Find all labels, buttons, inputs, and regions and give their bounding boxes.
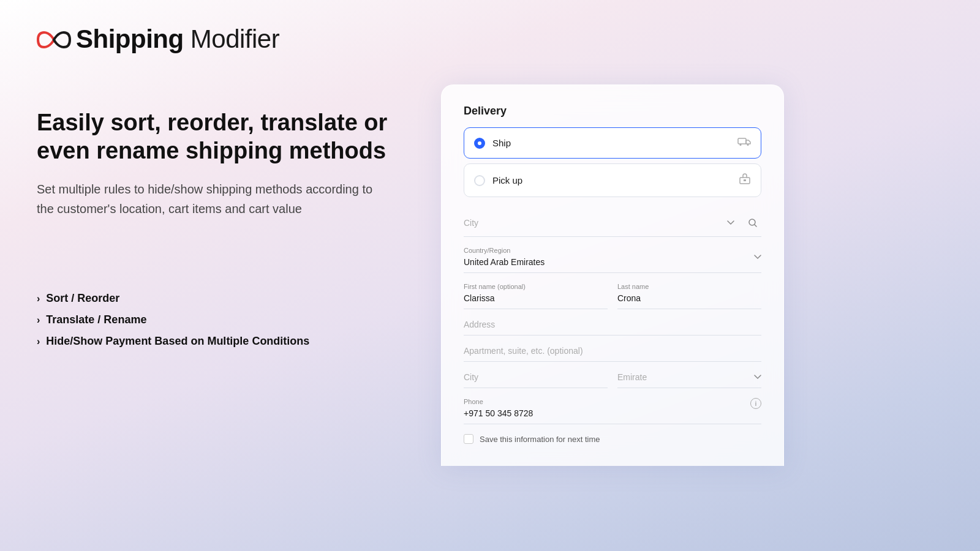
- save-checkbox[interactable]: [464, 434, 473, 444]
- right-panel: Delivery Ship: [441, 84, 943, 466]
- city-chevron-icon[interactable]: [722, 214, 739, 231]
- arrow-icon-2: ›: [37, 315, 40, 326]
- country-row: Country/Region United Arab Emirates: [464, 239, 761, 273]
- ship-icon: [737, 137, 751, 149]
- city-field[interactable]: City: [464, 364, 608, 388]
- country-label-group: Country/Region United Arab Emirates: [464, 247, 754, 268]
- country-chevron-icon[interactable]: [754, 253, 761, 261]
- phone-value: +971 50 345 8728: [464, 408, 533, 418]
- pickup-option[interactable]: Pick up: [464, 163, 761, 197]
- first-name-label: First name (optional): [464, 283, 608, 290]
- phone-label: Phone: [464, 398, 533, 405]
- delivery-options: Ship: [464, 127, 761, 197]
- last-name-label: Last name: [617, 283, 761, 290]
- svg-point-2: [747, 144, 749, 146]
- left-panel: Easily sort, reorder, translate or even …: [37, 84, 392, 348]
- apartment-placeholder: Apartment, suite, etc. (optional): [464, 346, 583, 356]
- logo-text: Shipping Modifier: [76, 24, 279, 54]
- pickup-radio: [474, 175, 485, 186]
- apartment-field[interactable]: Apartment, suite, etc. (optional): [464, 338, 761, 362]
- city-search-icon[interactable]: [744, 214, 761, 231]
- last-name-value: Crona: [617, 293, 641, 303]
- pickup-option-left: Pick up: [474, 175, 522, 186]
- pickup-label: Pick up: [492, 175, 522, 186]
- logo-bold: Shipping: [76, 24, 184, 53]
- save-row: Save this information for next time: [464, 432, 761, 446]
- city-emirate-row: City Emirate: [464, 364, 761, 391]
- ship-option-left: Ship: [474, 138, 511, 149]
- city-search-row: City: [464, 207, 761, 237]
- delivery-title: Delivery: [464, 105, 761, 118]
- headline: Easily sort, reorder, translate or even …: [37, 109, 392, 165]
- ship-radio: [474, 138, 485, 149]
- city-placeholder: City: [464, 372, 478, 382]
- ship-option[interactable]: Ship: [464, 127, 761, 159]
- phone-field[interactable]: Phone +971 50 345 8728: [464, 398, 533, 419]
- feature-item-2: › Translate / Rename: [37, 313, 392, 326]
- name-row: First name (optional) Clarissa Last name…: [464, 276, 761, 312]
- first-name-field[interactable]: First name (optional) Clarissa: [464, 276, 608, 309]
- feature-item-1: › Sort / Reorder: [37, 292, 392, 305]
- checkout-card: Delivery Ship: [441, 84, 784, 466]
- last-name-field[interactable]: Last name Crona: [617, 276, 761, 309]
- logo-regular: Modifier: [184, 24, 280, 53]
- ship-label: Ship: [492, 138, 511, 148]
- city-actions: [722, 214, 761, 231]
- phone-row: Phone +971 50 345 8728 i: [464, 391, 761, 424]
- feature-label-2: Translate / Rename: [46, 313, 146, 326]
- save-label: Save this information for next time: [480, 435, 600, 444]
- phone-info-icon[interactable]: i: [750, 398, 761, 409]
- description: Set multiple rules to hide/show shipping…: [37, 179, 392, 219]
- feature-label-1: Sort / Reorder: [46, 292, 119, 305]
- emirate-placeholder: Emirate: [617, 372, 647, 382]
- svg-rect-4: [744, 179, 746, 181]
- pickup-icon: [739, 173, 751, 188]
- svg-point-1: [740, 144, 742, 146]
- feature-label-3: Hide/Show Payment Based on Multiple Cond…: [46, 335, 309, 348]
- address-field[interactable]: Address: [464, 312, 761, 335]
- emirate-field[interactable]: Emirate: [617, 364, 761, 388]
- city-search-placeholder[interactable]: City: [464, 218, 722, 228]
- svg-rect-0: [738, 138, 746, 144]
- arrow-icon-3: ›: [37, 336, 40, 347]
- country-label: Country/Region: [464, 247, 754, 254]
- feature-item-3: › Hide/Show Payment Based on Multiple Co…: [37, 335, 392, 348]
- emirate-chevron-icon: [754, 375, 761, 380]
- country-value: United Arab Emirates: [464, 257, 545, 267]
- features-list: › Sort / Reorder › Translate / Rename › …: [37, 292, 392, 348]
- address-placeholder: Address: [464, 320, 495, 329]
- logo: Shipping Modifier: [37, 24, 943, 54]
- header: Shipping Modifier: [0, 0, 980, 66]
- arrow-icon-1: ›: [37, 293, 40, 304]
- first-name-value: Clarissa: [464, 293, 495, 303]
- logo-icon: [37, 29, 69, 50]
